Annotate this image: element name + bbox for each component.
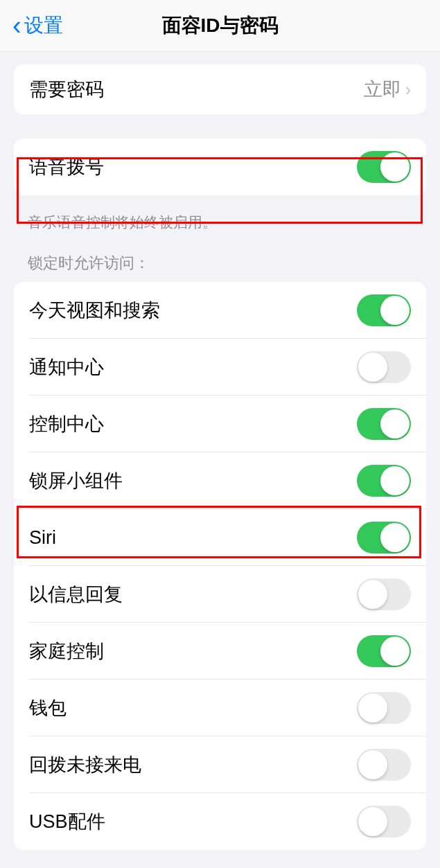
list-item-label: 今天视图和搜索 [29, 298, 160, 323]
list-item-toggle[interactable] [357, 806, 411, 838]
chevron-left-icon: ‹ [12, 12, 21, 39]
list-item-label: 钱包 [29, 696, 67, 720]
list-item-toggle[interactable] [357, 749, 411, 781]
list-item: USB配件 [14, 793, 426, 850]
list-item-toggle[interactable] [357, 294, 411, 326]
list-item-toggle[interactable] [357, 408, 411, 440]
toggle-knob [380, 152, 410, 181]
list-item-toggle[interactable] [357, 635, 411, 667]
toggle-knob [358, 580, 387, 609]
toggle-knob [380, 637, 410, 666]
list-item: Siri [14, 509, 426, 566]
list-item-label: Siri [29, 527, 56, 549]
list-item-label: 家庭控制 [29, 639, 104, 664]
header-bar: ‹ 设置 面容ID与密码 [0, 0, 440, 52]
list-item-toggle[interactable] [357, 522, 411, 553]
content: 需要密码 立即 › 语音拨号 音乐语音控制将始终被启用。 锁定时允许访问： 今天… [0, 64, 440, 868]
section-voice-dial: 语音拨号 [14, 139, 426, 195]
page-title: 面容ID与密码 [162, 12, 279, 39]
list-item: 家庭控制 [14, 623, 426, 680]
toggle-knob [358, 693, 387, 723]
list-item: 钱包 [14, 680, 426, 736]
list-item-label: USB配件 [29, 809, 105, 834]
toggle-knob [380, 466, 410, 495]
list-item: 回拨未接来电 [14, 736, 426, 793]
toggle-knob [380, 409, 410, 439]
voice-dial-label: 语音拨号 [29, 154, 104, 179]
section-lock-access: 今天视图和搜索通知中心控制中心锁屏小组件Siri以信息回复家庭控制钱包回拨未接来… [14, 282, 426, 850]
voice-dial-footer: 音乐语音控制将始终被启用。 [0, 208, 440, 239]
back-button[interactable]: ‹ 设置 [0, 12, 63, 39]
toggle-knob [358, 750, 387, 779]
list-item-label: 以信息回复 [29, 582, 123, 607]
require-passcode-label: 需要密码 [29, 77, 104, 102]
voice-dial-row: 语音拨号 [14, 139, 426, 195]
toggle-knob [380, 296, 410, 325]
list-item-toggle[interactable] [357, 578, 411, 610]
chevron-right-icon: › [405, 80, 411, 100]
lock-access-header: 锁定时允许访问： [0, 239, 440, 278]
back-label: 设置 [24, 12, 63, 39]
list-item: 今天视图和搜索 [14, 282, 426, 339]
toggle-knob [358, 807, 387, 836]
list-item: 控制中心 [14, 396, 426, 452]
list-item-label: 控制中心 [29, 411, 104, 436]
list-item-toggle[interactable] [357, 465, 411, 497]
voice-dial-toggle[interactable] [357, 151, 411, 183]
list-item: 锁屏小组件 [14, 452, 426, 509]
require-passcode-value-wrap: 立即 › [364, 77, 411, 102]
list-item: 以信息回复 [14, 566, 426, 623]
toggle-knob [358, 353, 387, 382]
require-passcode-value: 立即 [364, 77, 401, 102]
list-item-toggle[interactable] [357, 351, 411, 383]
section-require-passcode: 需要密码 立即 › [14, 64, 426, 114]
lock-access-footer: iPhone锁定超过一小时后，需先解锁iPhone才能允许USB配件连接。 [0, 862, 440, 868]
require-passcode-row[interactable]: 需要密码 立即 › [14, 64, 426, 114]
list-item-toggle[interactable] [357, 692, 411, 724]
list-item: 通知中心 [14, 339, 426, 396]
list-item-label: 通知中心 [29, 355, 104, 380]
list-item-label: 锁屏小组件 [29, 468, 123, 493]
list-item-label: 回拨未接来电 [29, 752, 141, 777]
toggle-knob [380, 523, 410, 552]
